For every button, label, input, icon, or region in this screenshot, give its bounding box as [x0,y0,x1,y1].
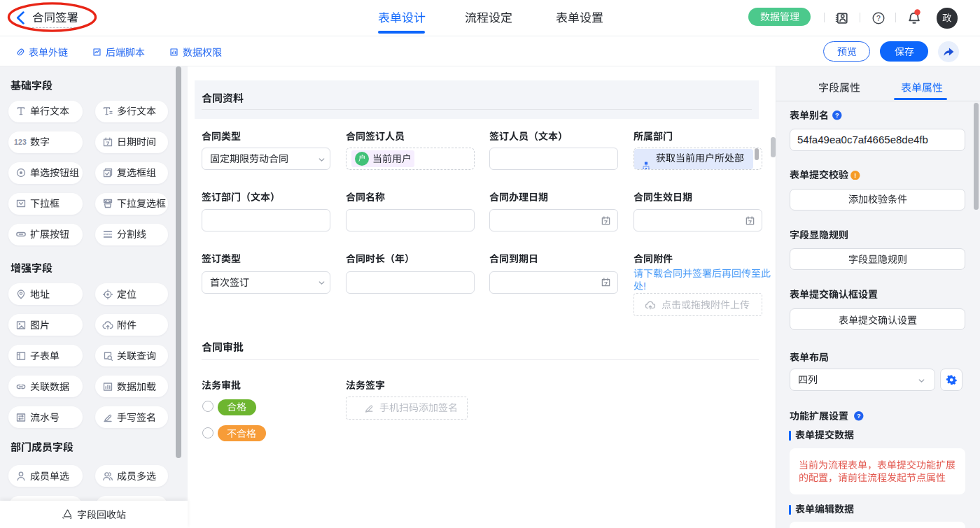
svg-text:?: ? [857,413,861,420]
svg-text:?: ? [876,14,881,22]
svg-text:!: ! [854,172,856,179]
svg-text:?: ? [835,112,839,119]
